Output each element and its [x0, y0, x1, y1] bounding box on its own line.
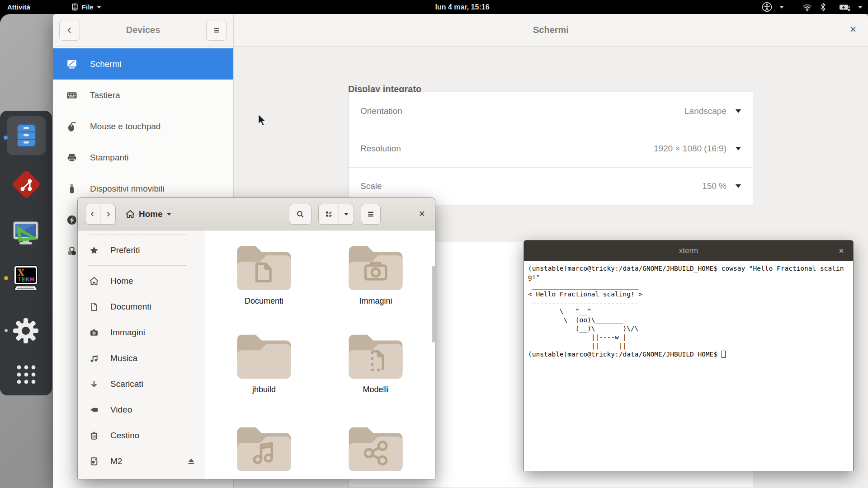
sidebar-item-stampanti[interactable]: Stampanti [53, 142, 233, 173]
terminal-output[interactable]: (unstable)marco@tricky:/data/GNOME/JHBUI… [524, 261, 853, 362]
sidebar-item-home[interactable]: Home [78, 268, 205, 294]
xterm-app-icon: XTERM [12, 264, 40, 292]
terminal-line: g!" [528, 273, 849, 282]
sidebar-item-documenti[interactable]: Documenti [78, 294, 205, 319]
folder-label: jhbuild [221, 385, 307, 394]
sidebar-item-label: Home [110, 276, 133, 286]
folder-label: Modelli [333, 385, 419, 394]
terminal-line: ||----w | [528, 333, 849, 342]
show-apps-grid-icon [15, 364, 37, 385]
folder-icon [347, 242, 405, 291]
running-indicator [4, 276, 8, 280]
chevron-right-icon [104, 211, 112, 218]
row-value: Landscape [684, 106, 726, 116]
sidebar-item-label: Mouse e touchpad [90, 122, 160, 131]
view-options-button[interactable] [339, 204, 354, 225]
location-button[interactable]: Home [126, 209, 171, 219]
sidebar-item-cestino[interactable]: Cestino [78, 422, 205, 448]
terminal-prompt: (unstable)marco@tricky:/data/GNOME/JHBUI… [528, 351, 722, 358]
terminal-line: (unstable)marco@tricky:/data/GNOME/JHBUI… [528, 264, 849, 273]
search-button[interactable] [289, 204, 311, 225]
scrollbar-thumb[interactable] [432, 266, 435, 343]
folder-jhbuild[interactable]: jhbuild [221, 331, 307, 394]
app-menu-label: File [82, 3, 94, 11]
sidebar-item-preferiti[interactable]: Preferiti [78, 237, 205, 263]
sidebar-item-tastiera[interactable]: Tastiera [53, 80, 233, 111]
settings-app-icon [12, 317, 40, 345]
dock-item-files[interactable] [7, 116, 46, 155]
hamburger-menu-button[interactable] [206, 20, 227, 41]
dock-item-display-tool[interactable] [11, 219, 40, 248]
sidebar-item-scaricati[interactable]: Scaricati [78, 371, 205, 397]
disk-icon [90, 457, 99, 466]
folder-icon [347, 331, 405, 380]
sidebar-item-mouse[interactable]: Mouse e touchpad [53, 111, 233, 142]
sidebar-item-m2[interactable]: M2 [78, 448, 205, 474]
folder-icon [235, 423, 293, 472]
top-bar: Attività File lun 4 mar, 15:16 [0, 0, 868, 14]
page-title: Schermi [234, 25, 868, 35]
chevron-down-icon [344, 213, 349, 216]
chevron-down-icon [97, 6, 101, 9]
close-icon[interactable]: × [419, 209, 425, 219]
back-button[interactable] [59, 20, 80, 41]
chevron-left-icon [66, 26, 74, 34]
svg-text:TERM: TERM [18, 277, 35, 283]
activities-button[interactable]: Attività [7, 3, 30, 11]
divider [78, 477, 205, 477]
folder-musica[interactable] [221, 423, 307, 474]
sidebar-item-musica[interactable]: Musica [78, 345, 205, 371]
files-content: Documenti Immagini jhbuild Modelli [205, 230, 435, 479]
resolution-row[interactable]: Resolution 868 × 488 (16:9) [349, 130, 753, 167]
row-value: 868 × 488 (16:9) [654, 144, 726, 154]
sidebar-item-label: Cestino [110, 431, 139, 441]
files-app-icon [14, 123, 39, 148]
app-menu-button[interactable]: File [71, 3, 101, 11]
orientation-row[interactable]: Orientation Landscape [349, 92, 753, 130]
dock-show-applications[interactable] [15, 364, 37, 387]
xterm-titlebar[interactable]: xterm × [524, 240, 853, 261]
dock-item-xterm[interactable]: XTERM [12, 264, 40, 294]
document-icon [90, 302, 99, 311]
eject-icon[interactable] [187, 457, 196, 466]
divider [89, 265, 186, 266]
folder-icon [235, 331, 293, 380]
row-label: Orientation [360, 106, 684, 116]
files-header: Home × [78, 198, 435, 230]
display-settings-box: Orientation Landscape Resolution 1920 × … [348, 92, 753, 205]
status-area[interactable] [762, 0, 863, 14]
close-icon[interactable]: × [850, 24, 856, 35]
printer-icon [66, 152, 77, 163]
chevron-down-icon [779, 6, 784, 9]
dock-item-settings[interactable] [12, 317, 40, 347]
trash-icon [90, 431, 99, 440]
folder-immagini[interactable]: Immagini [333, 242, 419, 306]
divider [89, 235, 186, 235]
folder-modelli[interactable]: Modelli [333, 331, 419, 394]
sidebar-item-label: Documenti [110, 302, 151, 312]
view-toggle-button[interactable] [318, 204, 339, 225]
sidebar-item-label: Stampanti [90, 153, 129, 163]
hamburger-menu-button[interactable] [361, 204, 381, 225]
mouse-icon [66, 121, 77, 132]
svg-text:X: X [18, 267, 24, 277]
forward-button[interactable] [100, 204, 116, 225]
music-note-icon [90, 354, 99, 363]
clock[interactable]: lun 4 mar, 15:16 [414, 3, 511, 11]
folder-condivisi[interactable] [333, 423, 419, 474]
chevron-down-icon [736, 184, 741, 188]
folder-documenti[interactable]: Documenti [221, 242, 307, 306]
sidebar-item-schermi[interactable]: Schermi [53, 48, 233, 80]
back-button[interactable] [85, 204, 100, 225]
sidebar-item-video[interactable]: Video [78, 397, 205, 422]
usb-stick-icon [66, 183, 77, 194]
sidebar-item-label: Schermi [90, 59, 122, 69]
running-indicator [4, 136, 8, 140]
dock-item-git[interactable] [12, 170, 40, 200]
close-icon[interactable]: × [839, 246, 844, 255]
sidebar-item-immagini[interactable]: Immagini [78, 319, 205, 345]
accessibility-icon [762, 2, 772, 12]
sidebar-item-label: Video [110, 405, 132, 415]
keyboard-icon [66, 90, 77, 101]
display-icon [66, 59, 77, 70]
